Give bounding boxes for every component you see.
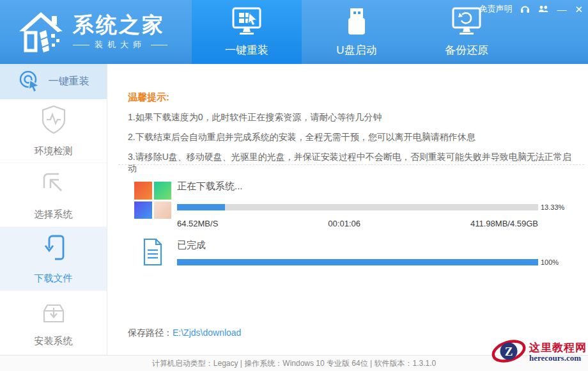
sidebar-item-install-system[interactable]: 安装系统	[0, 291, 107, 355]
save-path: 保存路径：E:\Zjds\download	[128, 328, 241, 339]
header: 系统之家 装机大师	[0, 0, 588, 64]
main-content: 温馨提示: 1.如果下载速度为0，此时软件正在搜索资源，请耐心等待几分钟 2.下…	[107, 64, 588, 355]
download-elapsed: 00:01:06	[328, 219, 360, 228]
tab-label: 备份还原	[445, 43, 488, 58]
download-progress: 13.33%	[177, 203, 570, 211]
save-path-label: 保存路径：	[128, 328, 173, 338]
minimize-button[interactable]: —	[557, 4, 566, 14]
download-percent-label: 13.33%	[541, 203, 570, 211]
sidebar-item-label: 一键重装	[49, 75, 89, 88]
select-cursor-icon	[40, 169, 68, 200]
tab-label: U盘启动	[336, 43, 376, 58]
brand-subtitle: 装机大师	[73, 39, 167, 51]
sidebar-item-env-check[interactable]: 环境检测	[0, 99, 107, 163]
completed-progress-track	[177, 259, 538, 265]
completed-percent-label: 100%	[541, 258, 570, 266]
watermark-en: herecours.com	[529, 354, 587, 363]
reinstall-monitor-icon	[230, 6, 263, 40]
tip-line-1: 1.如果下载速度为0，此时软件正在搜索资源，请耐心等待几分钟	[128, 112, 575, 123]
app-window: 系统之家 装机大师	[0, 0, 588, 371]
file-download-icon	[40, 233, 68, 264]
tip-line-3: 3.请移除U盘、移动硬盘、光驱里的光盘，并保证安装过程中不会断电，否则重装可能失…	[128, 152, 575, 175]
watermark-text: 这里教程网 herecours.com	[529, 342, 587, 363]
sidebar-item-download-files[interactable]: 下载文件	[0, 227, 107, 291]
house-logo-icon	[17, 8, 65, 56]
sidebar-item-select-system[interactable]: 选择系统	[0, 163, 107, 227]
tab-usb-boot[interactable]: U盘启动	[302, 0, 412, 64]
usb-drive-icon	[340, 6, 373, 40]
main-tabs: 一键重装 U盘启动	[192, 0, 522, 64]
topbar: 免责声明 — ✕	[479, 3, 583, 15]
completed-progress: 100%	[177, 258, 570, 266]
tips-title: 温馨提示:	[128, 91, 575, 104]
sidebar-item-one-key-reinstall[interactable]: 一键重装	[0, 64, 107, 99]
windows-squares-icon	[134, 179, 171, 228]
close-button[interactable]: ✕	[575, 4, 583, 14]
users-icon[interactable]	[538, 5, 548, 13]
download-progress-fill	[177, 204, 225, 210]
dashed-divider	[118, 164, 584, 165]
disclaimer-link[interactable]: 免责声明	[479, 3, 512, 15]
sidebar: 一键重装 环境检测 选择系统	[0, 64, 107, 355]
target-cursor-icon	[18, 69, 41, 95]
statusbar-text: 计算机启动类型：Legacy | 操作系统：Windows 10 专业版 64位…	[152, 358, 436, 369]
sidebar-item-label: 安装系统	[35, 335, 73, 347]
completed-section: 已完成 100%	[134, 238, 570, 266]
tip-line-2: 2.下载结束后会自动重启并完成系统的安装，全程无需干预，您可以离开电脑请稍作休息	[128, 132, 575, 143]
watermark-logo-icon: Z	[491, 336, 526, 369]
backup-restore-icon	[450, 6, 483, 40]
tab-one-key-reinstall[interactable]: 一键重装	[192, 0, 302, 64]
download-size: 411.98MB/4.59GB	[470, 219, 538, 228]
subtitle-dash-left	[73, 45, 89, 45]
watermark: Z 这里教程网 herecours.com	[491, 336, 587, 369]
download-main: 正在下载系统... 13.33% 64.52MB/S 00:01:06 411.…	[177, 179, 570, 228]
install-box-icon	[40, 298, 68, 327]
download-section: 正在下载系统... 13.33% 64.52MB/S 00:01:06 411.…	[134, 179, 570, 228]
download-status-text: 正在下载系统...	[177, 180, 570, 193]
brand-title: 系统之家	[73, 13, 167, 36]
brand: 系统之家 装机大师	[0, 0, 192, 64]
subtitle-dash-right	[151, 45, 167, 45]
document-icon	[134, 238, 171, 266]
service-icon[interactable]	[520, 5, 530, 13]
download-speed: 64.52MB/S	[177, 219, 218, 228]
sidebar-item-label: 环境检测	[35, 145, 73, 157]
download-stats: 64.52MB/S 00:01:06 411.98MB/4.59GB	[177, 219, 538, 228]
download-progress-track	[177, 204, 538, 210]
sidebar-item-label: 下载文件	[35, 272, 73, 285]
watermark-cn: 这里教程网	[529, 342, 587, 354]
save-path-link[interactable]: E:\Zjds\download	[173, 328, 241, 338]
brand-text: 系统之家 装机大师	[73, 13, 167, 51]
completed-main: 已完成 100%	[177, 238, 570, 266]
completed-progress-fill	[177, 259, 538, 265]
tab-label: 一键重装	[225, 43, 268, 58]
tips-panel: 温馨提示: 1.如果下载速度为0，此时软件正在搜索资源，请耐心等待几分钟 2.下…	[128, 91, 575, 183]
shield-check-icon	[40, 104, 68, 137]
sidebar-item-label: 选择系统	[35, 209, 73, 221]
svg-text:Z: Z	[505, 345, 513, 358]
completed-status-text: 已完成	[177, 239, 570, 251]
